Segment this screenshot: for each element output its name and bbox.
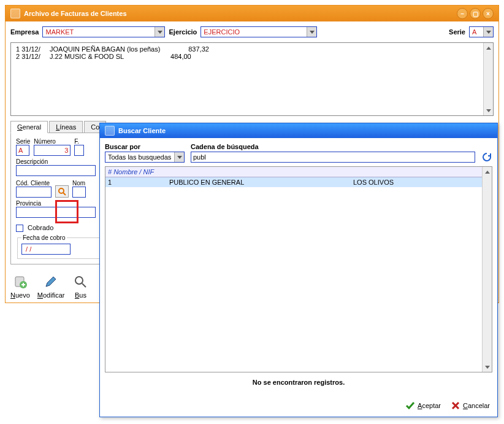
modificar-button[interactable]: Modificar: [37, 273, 65, 299]
empresa-combo[interactable]: MARKET: [42, 26, 165, 37]
check-icon: [405, 401, 415, 411]
serie-label: Serie: [449, 28, 465, 36]
ejercicio-combo[interactable]: EJERCICIO: [200, 26, 317, 37]
lookup-cliente-button[interactable]: [55, 185, 69, 198]
window-title: Archivo de Facturas de Clientes: [24, 10, 127, 17]
f-input[interactable]: [74, 145, 84, 156]
numero-input[interactable]: [34, 145, 71, 156]
empresa-value: MARKET: [45, 28, 74, 36]
provincia-label: Provincia: [16, 200, 103, 207]
app-icon: [10, 9, 20, 18]
scroll-up-icon[interactable]: [483, 167, 492, 177]
chevron-down-icon: [307, 27, 316, 37]
f-field: F.: [74, 138, 84, 156]
serie-input[interactable]: [16, 145, 29, 156]
scroll-down-icon[interactable]: [483, 362, 492, 372]
grid-header: # Nombre / NIF: [105, 167, 492, 177]
empresa-label: Empresa: [10, 28, 39, 36]
dialog-title: Buscar Cliente: [118, 127, 166, 134]
svg-point-0: [59, 188, 64, 193]
svg-line-5: [82, 283, 86, 287]
nuevo-button[interactable]: Nuevo: [10, 273, 30, 299]
dialog-title-bar: Buscar Cliente: [100, 123, 497, 138]
scroll-down-icon[interactable]: [484, 106, 493, 115]
cod-cliente-input[interactable]: [16, 187, 52, 198]
dialog-icon: [105, 126, 115, 136]
scrollbar[interactable]: [483, 43, 493, 115]
descripcion-input[interactable]: [16, 165, 96, 176]
cobrado-checkbox[interactable]: [16, 225, 23, 232]
svg-point-4: [75, 277, 83, 284]
cod-cliente-label: Cód. Cliente: [16, 180, 52, 187]
dialog-footer: Aceptar Cancelar: [100, 397, 497, 417]
cancelar-button[interactable]: Cancelar: [451, 401, 490, 411]
scroll-up-icon[interactable]: [484, 43, 493, 53]
ejercicio-value: EJERCICIO: [204, 28, 240, 36]
scrollbar[interactable]: [482, 167, 492, 372]
results-grid[interactable]: # Nombre / NIF 1 PUBLICO EN GENERAL LOS …: [105, 166, 492, 372]
nom-label: Nom: [72, 180, 86, 187]
buscar-por-value: Todas las busquedas: [108, 153, 171, 161]
buscar-por-label: Buscar por: [105, 143, 185, 150]
tab-lineas[interactable]: Líneas: [49, 121, 83, 133]
aceptar-button[interactable]: Aceptar: [405, 401, 441, 411]
title-bar: Archivo de Facturas de Clientes – ▢ ×: [6, 6, 498, 21]
list-item[interactable]: 2 31/12/ J.22 MUSIC & FOOD SL 484,00: [11, 53, 493, 60]
grid-row[interactable]: 1 PUBLICO EN GENERAL LOS OLIVOS: [105, 177, 492, 187]
cobrado-label: Cobrado: [28, 224, 53, 231]
cadena-input[interactable]: [191, 152, 475, 163]
form-general: Serie Número F. Descripción Cód. Cliente: [10, 133, 109, 264]
close-button[interactable]: ×: [483, 8, 494, 19]
buscar-cliente-dialog: Buscar Cliente Buscar por Todas las busq…: [99, 123, 498, 417]
fecha-cobro-fieldset: Fecha de cobro: [17, 234, 102, 259]
serie-combo[interactable]: A: [469, 26, 494, 37]
chevron-down-icon: [174, 152, 184, 162]
maximize-button[interactable]: ▢: [470, 8, 481, 19]
nom-input[interactable]: [72, 187, 86, 198]
buscar-button[interactable]: Bus: [72, 273, 89, 299]
svg-line-1: [63, 193, 66, 195]
search-icon: [58, 187, 66, 196]
serie-field: Serie: [16, 138, 30, 156]
status-text: No se encontraron registros.: [105, 372, 492, 392]
tab-general[interactable]: General: [10, 121, 48, 133]
minimize-button[interactable]: –: [457, 8, 468, 19]
cancel-icon: [451, 401, 460, 411]
serie-value: A: [472, 28, 476, 36]
chevron-down-icon: [155, 27, 164, 37]
fecha-cobro-label: Fecha de cobro: [21, 234, 67, 241]
buscar-por-combo[interactable]: Todas las busquedas: [105, 152, 185, 163]
cadena-label: Cadena de búsqueda: [191, 143, 475, 150]
invoice-list[interactable]: 1 31/12/ JOAQUIN PEÑA BAGAN (los peñas) …: [10, 42, 494, 116]
refresh-icon: [482, 152, 492, 162]
filter-bar: Empresa MARKET Ejercicio EJERCICIO Serie…: [6, 21, 498, 42]
refresh-button[interactable]: [481, 152, 492, 163]
chevron-down-icon: [483, 27, 493, 37]
edit-icon: [42, 273, 59, 290]
ejercicio-label: Ejercicio: [169, 28, 197, 36]
fecha-cobro-input[interactable]: [21, 244, 71, 255]
descripcion-label: Descripción: [16, 158, 103, 165]
new-icon: [12, 273, 29, 290]
provincia-input[interactable]: [16, 207, 96, 218]
list-item[interactable]: 1 31/12/ JOAQUIN PEÑA BAGAN (los peñas) …: [11, 45, 493, 53]
search-icon: [72, 273, 89, 290]
numero-field: Número: [34, 138, 71, 156]
